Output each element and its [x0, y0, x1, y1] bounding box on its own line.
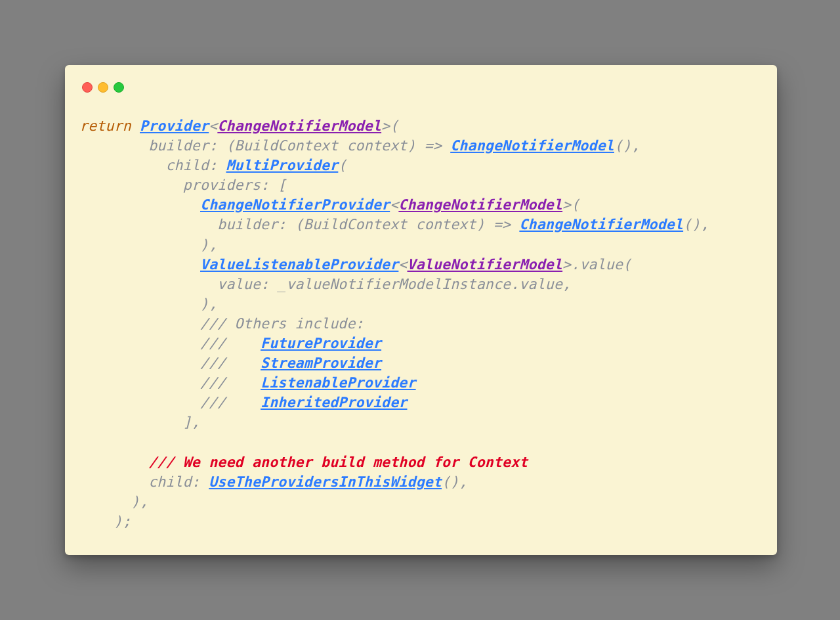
error-comment: /// We need another build method for Con…	[79, 454, 528, 470]
type-change-notifier-model-2[interactable]: ChangeNotifierModel	[398, 196, 562, 213]
link-stream-provider[interactable]: StreamProvider	[261, 355, 381, 371]
type-change-notifier-model[interactable]: ChangeNotifierModel	[217, 118, 381, 134]
link-multi-provider[interactable]: MultiProvider	[226, 157, 338, 173]
link-inherited-provider[interactable]: InheritedProvider	[261, 394, 407, 410]
code-block: return Provider<ChangeNotifierModel>( bu…	[79, 116, 763, 531]
comment-others: /// Others include:	[79, 315, 364, 332]
link-change-notifier-model[interactable]: ChangeNotifierModel	[450, 137, 614, 154]
link-change-notifier-provider[interactable]: ChangeNotifierProvider	[200, 196, 390, 213]
link-future-provider[interactable]: FutureProvider	[261, 335, 381, 351]
close-icon[interactable]	[82, 82, 93, 93]
link-listenable-provider[interactable]: ListenableProvider	[261, 374, 416, 391]
minimize-icon[interactable]	[98, 82, 108, 93]
traffic-lights	[82, 82, 763, 93]
type-value-notifier-model[interactable]: ValueNotifierModel	[408, 256, 563, 273]
link-provider[interactable]: Provider	[140, 118, 209, 134]
link-value-listenable-provider[interactable]: ValueListenableProvider	[200, 256, 398, 273]
link-change-notifier-model-2[interactable]: ChangeNotifierModel	[519, 216, 683, 232]
keyword-return: return	[79, 118, 131, 134]
link-use-the-providers-widget[interactable]: UseTheProvidersInThisWidget	[209, 474, 442, 490]
zoom-icon[interactable]	[114, 82, 124, 93]
code-window: return Provider<ChangeNotifierModel>( bu…	[65, 65, 777, 555]
